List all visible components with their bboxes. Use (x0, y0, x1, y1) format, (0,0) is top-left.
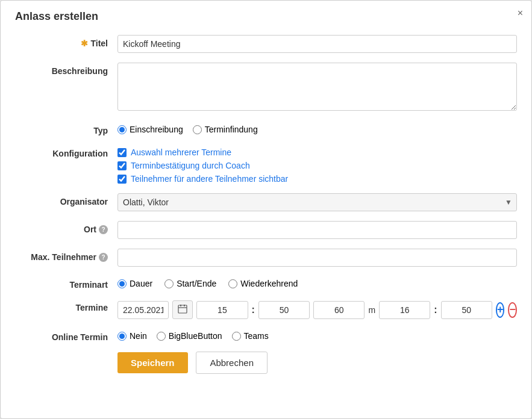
konfiguration-bestaetigung-label: Terminbestätigung durch Coach (131, 161, 250, 170)
konfiguration-sichtbar-checkbox[interactable] (117, 175, 127, 184)
terminart-dauer-radio[interactable] (117, 279, 127, 288)
typ-row: Typ Einschreibung Terminfindung (15, 122, 517, 135)
titel-input[interactable] (117, 35, 517, 53)
konfiguration-auswahl[interactable]: Auswahl mehrerer Termine (117, 147, 517, 157)
online-termin-teams-label: Teams (244, 331, 269, 341)
beschreibung-field (117, 63, 517, 113)
online-termin-bigbluebutton-radio[interactable] (157, 332, 166, 341)
max-teilnehmer-label: Max. Teilnehmer ? (15, 249, 117, 262)
ort-input[interactable] (117, 221, 517, 239)
konfiguration-field: Auswahl mehrerer Termine Terminbestätigu… (117, 145, 517, 184)
titel-row: ✱Titel (15, 35, 517, 53)
dialog: Anlass erstellen × ✱Titel Beschreibung T… (0, 0, 532, 419)
svg-rect-0 (178, 305, 187, 313)
typ-terminfindung[interactable]: Terminfindung (193, 125, 258, 134)
titel-label: ✱Titel (15, 35, 117, 48)
actions-field: Speichern Abbrechen (117, 352, 517, 374)
typ-terminfindung-radio[interactable] (193, 125, 202, 134)
cancel-button[interactable]: Abbrechen (196, 352, 268, 374)
beschreibung-row: Beschreibung (15, 63, 517, 113)
konfiguration-bestaetigung-checkbox[interactable] (117, 161, 127, 170)
calendar-icon (178, 304, 187, 314)
terminart-radio-group: Dauer Start/Ende Wiederkehrend (117, 276, 517, 288)
terminart-label: Terminart (15, 276, 117, 290)
colon-1: : (252, 305, 255, 315)
max-teilnehmer-input[interactable] (117, 249, 517, 267)
add-termine-button[interactable]: + (496, 302, 505, 318)
konfiguration-checkbox-group: Auswahl mehrerer Termine Terminbestätigu… (117, 145, 517, 184)
remove-termine-button[interactable]: − (508, 302, 517, 318)
typ-radio-group: Einschreibung Terminfindung (117, 122, 517, 134)
konfiguration-sichtbar[interactable]: Teilnehmer für andere Teilnehmer sichtba… (117, 174, 517, 184)
ort-help-icon[interactable]: ? (99, 225, 108, 234)
terminart-field: Dauer Start/Ende Wiederkehrend (117, 276, 517, 288)
terminart-row: Terminart Dauer Start/Ende Wiederkehrend (15, 276, 517, 290)
max-teilnehmer-row: Max. Teilnehmer ? (15, 249, 517, 267)
online-termin-field: Nein BigBlueButton Teams (117, 329, 517, 341)
online-termin-label: Online Termin (15, 329, 117, 342)
konfiguration-bestaetigung[interactable]: Terminbestätigung durch Coach (117, 161, 517, 170)
terminart-startende-label: Start/Ende (177, 279, 216, 288)
online-termin-bigbluebutton[interactable]: BigBlueButton (157, 331, 222, 341)
duration-input[interactable] (313, 301, 365, 319)
terminart-dauer[interactable]: Dauer (117, 279, 152, 288)
online-termin-radio-group: Nein BigBlueButton Teams (117, 329, 517, 341)
titel-field (117, 35, 517, 53)
konfiguration-label: Konfiguration (15, 145, 117, 158)
konfiguration-auswahl-checkbox[interactable] (117, 148, 127, 157)
online-termin-bigbluebutton-label: BigBlueButton (169, 331, 222, 341)
max-teilnehmer-field (117, 249, 517, 267)
max-teilnehmer-help-icon[interactable]: ? (99, 253, 108, 262)
typ-einschreibung-label: Einschreibung (130, 125, 183, 134)
required-star: ✱ (81, 39, 88, 48)
typ-terminfindung-label: Terminfindung (205, 125, 258, 134)
online-termin-nein[interactable]: Nein (117, 331, 147, 341)
termine-field: : m : + − (117, 299, 517, 319)
konfiguration-row: Konfiguration Auswahl mehrerer Termine T… (15, 145, 517, 184)
ort-label: Ort ? (15, 221, 117, 234)
ort-row: Ort ? (15, 221, 517, 239)
duration-unit-label: m (368, 305, 375, 315)
time-end-hour-input[interactable] (379, 301, 430, 319)
beschreibung-label: Beschreibung (15, 63, 117, 76)
online-termin-nein-radio[interactable] (117, 332, 127, 341)
colon-2: : (434, 305, 437, 315)
typ-einschreibung-radio[interactable] (117, 125, 127, 134)
online-termin-nein-label: Nein (130, 331, 147, 341)
actions-row: Speichern Abbrechen (15, 352, 517, 374)
organisator-select-wrapper: Olatti, Viktor ▼ (117, 193, 517, 211)
time-start-hour-input[interactable] (196, 301, 248, 319)
termine-date-input[interactable] (117, 301, 169, 319)
typ-einschreibung[interactable]: Einschreibung (117, 125, 183, 134)
typ-label: Typ (15, 122, 117, 135)
terminart-startende-radio[interactable] (164, 279, 174, 288)
termine-label: Termine (15, 299, 117, 312)
termine-row: Termine : m : (15, 299, 517, 319)
dialog-title: Anlass erstellen (15, 10, 517, 23)
online-termin-teams-radio[interactable] (232, 332, 241, 341)
organisator-select[interactable]: Olatti, Viktor (117, 193, 517, 211)
beschreibung-input[interactable] (117, 63, 517, 111)
konfiguration-auswahl-label: Auswahl mehrerer Termine (131, 147, 231, 157)
online-termin-teams[interactable]: Teams (232, 331, 269, 341)
save-button[interactable]: Speichern (117, 352, 188, 373)
typ-field: Einschreibung Terminfindung (117, 122, 517, 134)
terminart-wiederkehrend-radio[interactable] (228, 279, 237, 288)
close-button[interactable]: × (518, 8, 523, 19)
termine-inputs: : m : + − (117, 299, 517, 319)
online-termin-row: Online Termin Nein BigBlueButton Teams (15, 329, 517, 342)
konfiguration-sichtbar-label: Teilnehmer für andere Teilnehmer sichtba… (131, 174, 288, 184)
ort-field (117, 221, 517, 239)
terminart-wiederkehrend[interactable]: Wiederkehrend (228, 279, 298, 288)
organisator-row: Organisator Olatti, Viktor ▼ (15, 193, 517, 211)
time-start-minute-input[interactable] (258, 301, 310, 319)
terminart-startende[interactable]: Start/Ende (164, 279, 216, 288)
organisator-label: Organisator (15, 193, 117, 206)
terminart-wiederkehrend-label: Wiederkehrend (240, 279, 298, 288)
terminart-dauer-label: Dauer (130, 279, 152, 288)
time-end-minute-input[interactable] (441, 301, 492, 319)
organisator-field: Olatti, Viktor ▼ (117, 193, 517, 211)
calendar-button[interactable] (172, 300, 193, 319)
